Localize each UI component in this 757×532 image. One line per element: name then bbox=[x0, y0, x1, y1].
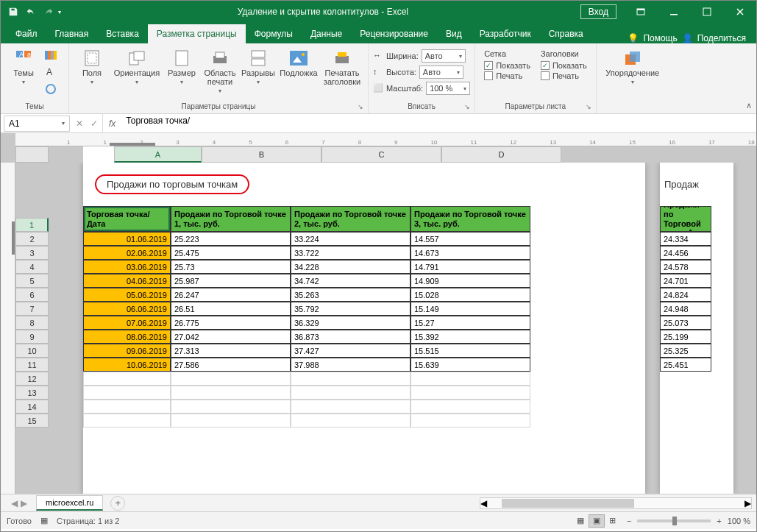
cell[interactable] bbox=[411, 386, 530, 400]
cell[interactable]: 15.515 bbox=[411, 344, 530, 358]
add-sheet-icon[interactable]: + bbox=[110, 496, 125, 511]
horizontal-scrollbar[interactable]: ◀▶ bbox=[480, 497, 752, 509]
formula-input[interactable]: Торговая точка/ bbox=[121, 116, 756, 132]
cell[interactable]: 37.988 bbox=[291, 358, 411, 372]
cell[interactable]: 25.475 bbox=[171, 246, 291, 260]
sheet-tab[interactable]: microexcel.ru bbox=[36, 495, 103, 511]
cell[interactable]: 04.06.2019 bbox=[83, 274, 171, 288]
cell[interactable]: 35.263 bbox=[291, 288, 411, 302]
breaks-button[interactable]: Разрывы▾ bbox=[240, 48, 277, 87]
prev-sheet-icon[interactable]: ◀ bbox=[11, 498, 18, 508]
cell[interactable]: 24.334 bbox=[660, 232, 711, 246]
login-button[interactable]: Вход bbox=[580, 4, 616, 19]
arrange-button[interactable]: Упорядочение▾ bbox=[601, 48, 664, 87]
zoom-slider[interactable] bbox=[637, 519, 711, 522]
zoom-in-icon[interactable]: + bbox=[717, 517, 721, 525]
col-header-B[interactable]: B bbox=[202, 146, 321, 163]
cell[interactable]: 26.247 bbox=[171, 288, 291, 302]
cell[interactable]: 08.06.2019 bbox=[83, 330, 171, 344]
maximize-icon[interactable] bbox=[690, 1, 723, 23]
cell[interactable]: 03.06.2019 bbox=[83, 260, 171, 274]
table-header-cell[interactable]: Продажи по Торговой точке 2, тыс. руб. bbox=[291, 206, 411, 232]
tab-formulas[interactable]: Формулы bbox=[246, 24, 302, 43]
cell[interactable] bbox=[171, 372, 291, 386]
colors-icon[interactable] bbox=[43, 48, 58, 63]
cell[interactable] bbox=[291, 372, 411, 386]
cell[interactable]: 10.06.2019 bbox=[83, 358, 171, 372]
fonts-icon[interactable]: A bbox=[43, 65, 58, 79]
save-icon[interactable] bbox=[5, 4, 21, 20]
cell[interactable]: 35.792 bbox=[291, 302, 411, 316]
cell[interactable]: 07.06.2019 bbox=[83, 316, 171, 330]
row-header[interactable]: 15 bbox=[15, 414, 49, 428]
cell[interactable] bbox=[411, 400, 530, 414]
col-header-C[interactable]: C bbox=[321, 146, 441, 163]
undo-icon[interactable] bbox=[23, 4, 39, 20]
cell[interactable]: 24.578 bbox=[660, 260, 711, 274]
page-layout-view-icon[interactable]: ▣ bbox=[589, 514, 605, 528]
cell[interactable]: 36.329 bbox=[291, 316, 411, 330]
cell[interactable] bbox=[291, 414, 411, 428]
launcher-icon[interactable]: ↘ bbox=[586, 103, 591, 110]
share-label[interactable]: Поделиться bbox=[697, 33, 746, 43]
gridlines-view-checkbox[interactable]: ✓ bbox=[484, 61, 493, 70]
cell[interactable]: 15.149 bbox=[411, 302, 530, 316]
tab-insert[interactable]: Вставка bbox=[97, 24, 148, 43]
cell[interactable]: 25.73 bbox=[171, 260, 291, 274]
tab-view[interactable]: Вид bbox=[437, 24, 471, 43]
cell[interactable] bbox=[83, 414, 171, 428]
cell[interactable] bbox=[411, 372, 530, 386]
cell[interactable]: 14.673 bbox=[411, 246, 530, 260]
tab-developer[interactable]: Разработчик bbox=[471, 24, 540, 43]
row-header[interactable]: 7 bbox=[15, 302, 49, 316]
margins-button[interactable]: Поля▾ bbox=[74, 48, 110, 87]
tab-page-layout[interactable]: Разметка страницы bbox=[148, 24, 246, 43]
cell[interactable]: 15.028 bbox=[411, 288, 530, 302]
enter-icon[interactable]: ✓ bbox=[90, 118, 98, 129]
size-button[interactable]: Размер▾ bbox=[163, 48, 200, 87]
cell[interactable] bbox=[171, 386, 291, 400]
row-header[interactable]: 3 bbox=[15, 246, 49, 260]
cell[interactable]: 14.791 bbox=[411, 260, 530, 274]
redo-icon[interactable] bbox=[40, 4, 57, 20]
cell[interactable]: 24.824 bbox=[660, 288, 711, 302]
next-sheet-icon[interactable]: ▶ bbox=[21, 498, 27, 508]
themes-button[interactable]: Aa Темы▾ bbox=[5, 48, 42, 87]
row-header[interactable]: 10 bbox=[15, 344, 49, 358]
table-header-cell[interactable]: Торговая точка/ Дата bbox=[83, 206, 171, 232]
cell[interactable]: 25.325 bbox=[660, 344, 711, 358]
row-header[interactable]: 5 bbox=[15, 274, 49, 288]
row-header[interactable]: 6 bbox=[15, 288, 49, 302]
launcher-icon[interactable]: ↘ bbox=[358, 103, 363, 110]
row-header[interactable]: 2 bbox=[15, 232, 49, 246]
cell[interactable]: 24.701 bbox=[660, 274, 711, 288]
name-box[interactable]: A1▾ bbox=[4, 116, 70, 132]
tell-me-icon[interactable]: 💡 bbox=[628, 33, 639, 43]
launcher-icon[interactable]: ↘ bbox=[464, 103, 470, 110]
cell[interactable]: 01.06.2019 bbox=[83, 232, 171, 246]
scale-input[interactable]: 100 %▾ bbox=[426, 82, 470, 95]
cell[interactable]: 09.06.2019 bbox=[83, 344, 171, 358]
headings-print-checkbox[interactable] bbox=[541, 71, 550, 80]
cell[interactable] bbox=[291, 400, 411, 414]
close-icon[interactable] bbox=[723, 1, 756, 23]
cancel-icon[interactable]: ✕ bbox=[76, 118, 83, 129]
print-titles-button[interactable]: Печатать заголовки bbox=[321, 48, 363, 88]
cell[interactable]: 15.639 bbox=[411, 358, 530, 372]
row-header[interactable]: 14 bbox=[15, 400, 49, 414]
ribbon-display-icon[interactable] bbox=[624, 1, 657, 23]
row-header[interactable]: 11 bbox=[15, 358, 49, 372]
tab-review[interactable]: Рецензирование bbox=[351, 24, 437, 43]
minimize-icon[interactable] bbox=[657, 1, 690, 23]
tab-file[interactable]: Файл bbox=[7, 24, 46, 43]
orientation-button[interactable]: Ориентация▾ bbox=[112, 48, 162, 87]
cell[interactable]: 15.392 bbox=[411, 330, 530, 344]
table-header-cell[interactable]: Продажи по Торговой точке 4 bbox=[660, 206, 711, 232]
col-header-A[interactable]: A bbox=[114, 146, 202, 163]
cell[interactable]: 37.427 bbox=[291, 344, 411, 358]
cell[interactable]: 06.06.2019 bbox=[83, 302, 171, 316]
select-all[interactable] bbox=[15, 146, 49, 163]
cell[interactable] bbox=[411, 414, 530, 428]
cell[interactable] bbox=[171, 414, 291, 428]
tab-help[interactable]: Справка bbox=[540, 24, 592, 43]
